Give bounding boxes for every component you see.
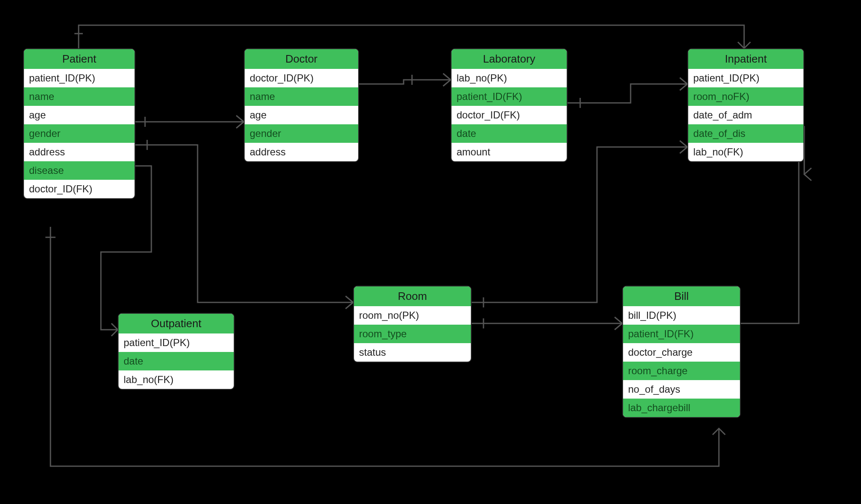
entity-room[interactable]: Room room_no(PK) room_type status: [353, 286, 472, 362]
entity-field: date: [119, 352, 234, 370]
entity-field: patient_ID(PK): [688, 69, 803, 87]
entity-field: patient_ID(FK): [452, 87, 567, 106]
entity-patient[interactable]: Patient patient_ID(PK) name age gender a…: [23, 48, 135, 199]
entity-title: Doctor: [245, 49, 358, 69]
entity-field: patient_ID(PK): [119, 333, 234, 352]
entity-outpatient[interactable]: Outpatient patient_ID(PK) date lab_no(FK…: [118, 313, 235, 390]
entity-field: name: [24, 87, 135, 106]
entity-field: room_charge: [623, 362, 740, 380]
entity-field: name: [245, 87, 358, 106]
entity-field: age: [245, 106, 358, 124]
entity-field: age: [24, 106, 135, 124]
entity-field: lab_chargebill: [623, 399, 740, 417]
entity-laboratory[interactable]: Laboratory lab_no(PK) patient_ID(FK) doc…: [451, 48, 568, 162]
entity-field: room_type: [354, 325, 471, 343]
entity-field: disease: [24, 161, 135, 180]
entity-field: date: [452, 124, 567, 143]
entity-field: lab_no(FK): [119, 370, 234, 389]
entity-title: Bill: [623, 286, 740, 306]
entity-title: Room: [354, 286, 471, 306]
entity-title: Outpatient: [119, 314, 234, 333]
entity-field: gender: [24, 124, 135, 143]
entity-field: lab_no(PK): [452, 69, 567, 87]
entity-bill[interactable]: Bill bill_ID(PK) patient_ID(FK) doctor_c…: [622, 286, 741, 418]
entity-field: doctor_ID(FK): [24, 180, 135, 198]
entity-field: room_noFK): [688, 87, 803, 106]
entity-field: date_of_dis: [688, 124, 803, 143]
entity-doctor[interactable]: Doctor doctor_ID(PK) name age gender add…: [244, 48, 359, 162]
entity-field: no_of_days: [623, 380, 740, 399]
entity-field: amount: [452, 143, 567, 161]
entity-field: date_of_adm: [688, 106, 803, 124]
entity-field: bill_ID(PK): [623, 306, 740, 325]
entity-field: address: [24, 143, 135, 161]
entity-field: doctor_ID(FK): [452, 106, 567, 124]
entity-field: gender: [245, 124, 358, 143]
entity-field: address: [245, 143, 358, 161]
er-diagram-canvas: Patient patient_ID(PK) name age gender a…: [0, 0, 861, 504]
entity-inpatient[interactable]: Inpatient patient_ID(PK) room_noFK) date…: [687, 48, 804, 162]
entity-field: doctor_ID(PK): [245, 69, 358, 87]
entity-field: lab_no(FK): [688, 143, 803, 161]
entity-field: patient_ID(FK): [623, 325, 740, 343]
entity-title: Inpatient: [688, 49, 803, 69]
entity-field: doctor_charge: [623, 343, 740, 362]
entity-field: status: [354, 343, 471, 362]
entity-field: room_no(PK): [354, 306, 471, 325]
entity-title: Laboratory: [452, 49, 567, 69]
entity-title: Patient: [24, 49, 135, 69]
entity-field: patient_ID(PK): [24, 69, 135, 87]
